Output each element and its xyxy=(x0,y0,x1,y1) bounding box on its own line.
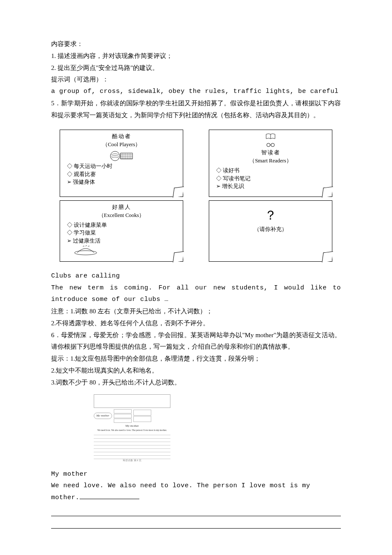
club-cards-grid: 酷动者 （Cool Players） ◇ 每天运动一小时 ◇ 观看比赛 ➢ 强健… xyxy=(60,130,332,262)
dish-icon xyxy=(73,245,98,255)
worksheet-essay-title: My mother xyxy=(94,424,170,428)
card-line: ➢ 过健康生活 xyxy=(67,237,179,245)
note-line-2: 2.不得透露学校、姓名等任何个人信息，否则不予评分。 xyxy=(51,318,341,330)
card-line: ◇ 设计健康菜单 xyxy=(67,221,179,229)
card-fold-corner xyxy=(322,186,333,197)
tip-1-text: 1.短文应包括导图中的全部信息，条理清楚，行文连贯，段落分明； xyxy=(70,355,260,362)
question-6-text: 6．母爱情深，母爱无价；学会感恩，学会回报。某英语网站举办以"My mother… xyxy=(51,330,341,353)
essay-title-mother: My mother xyxy=(51,468,341,480)
tip-line-3: 3.词数不少于 80，开头已给出;不计人总词数。 xyxy=(51,377,341,389)
card-line: ➢ 强健身体 xyxy=(67,178,179,186)
worksheet-header-block xyxy=(94,394,170,408)
card-title-cn: 好膳人 xyxy=(64,203,179,211)
requirements-heading: 内容要求： xyxy=(51,38,341,50)
card-cool-players: 酷动者 （Cool Players） ◇ 每天运动一小时 ◇ 观看比赛 ➢ 强健… xyxy=(60,130,183,197)
book-icon xyxy=(265,133,276,141)
worksheet-minibox xyxy=(114,414,132,418)
worksheet-minibox xyxy=(133,410,151,416)
card-line: ➢ 增长见识 xyxy=(216,182,328,191)
card-blank-fill: ？ （请你补充） xyxy=(209,200,332,262)
essay-lead-mother: We need love. We also need to love. The … xyxy=(51,480,341,504)
requirement-1: 1. 描述漫画内容，并对该现象作简要评议； xyxy=(51,50,341,62)
tip-line-1: 提示：1.短文应包括导图中的全部信息，条理清楚，行文连贯，段落分明； xyxy=(51,353,341,365)
tip-line-2: 2.短文中不能出现真实的人名和地名。 xyxy=(51,365,341,377)
tips-label: 提示： xyxy=(51,355,70,362)
card-line: ◇ 观看比赛 xyxy=(67,171,179,179)
writing-rule-line xyxy=(51,506,341,516)
fill-prompt: （请你补充） xyxy=(213,225,328,234)
card-line: ◇ 学习做菜 xyxy=(67,229,179,237)
worksheet-blank-lines xyxy=(94,432,170,459)
card-smart-readers: 智读者 （Smart Readers） ◇ 读好书 ◇ 写读书笔记 ➢ 增长见识 xyxy=(209,130,332,197)
card-fold-corner xyxy=(173,251,184,262)
card-line: ◇ 读好书 xyxy=(216,167,328,175)
card-title-cn: 智读者 xyxy=(213,149,328,157)
essay-lead-clubs: The new term is coming. For all our new … xyxy=(51,282,341,306)
worksheet-minibox xyxy=(114,419,132,423)
hints-label: 提示词（可选用）： xyxy=(51,74,341,86)
worksheet-bubble: My mother xyxy=(94,413,112,419)
card-title-en: （Cool Players） xyxy=(64,141,179,149)
worksheet-essay-lead: We need love. We also need to love. The … xyxy=(94,429,170,432)
svg-point-3 xyxy=(271,143,274,147)
card-fold-corner xyxy=(173,186,184,197)
blank-underline xyxy=(80,499,139,499)
essay-lead-a: We need love. We also need to love. The … xyxy=(51,482,310,489)
writing-rule-line xyxy=(51,518,341,529)
worksheet-mindmap: My mother xyxy=(94,409,170,423)
note-1-text: 1.词数 80 左右（文章开头已给出，不计入词数）； xyxy=(70,308,213,315)
card-title-cn: 酷动者 xyxy=(64,133,179,141)
worksheet-footer: 英语试卷 第 8 页 xyxy=(94,459,170,462)
svg-point-5 xyxy=(75,251,97,255)
worksheet-minibox xyxy=(114,409,132,413)
card-title-en: （Smart Readers） xyxy=(213,157,328,165)
card-line: ◇ 写读书笔记 xyxy=(216,175,328,183)
hints-words: a group of, cross, sidewalk, obey the ru… xyxy=(51,86,341,98)
card-title-en: （Excellent Cooks） xyxy=(64,211,179,220)
card-fold-corner xyxy=(322,251,333,262)
card-line: ◇ 每天运动一小时 xyxy=(67,162,179,171)
question-mark: ？ xyxy=(213,208,328,223)
card-excellent-cooks: 好膳人 （Excellent Cooks） ◇ 设计健康菜单 ◇ 学习做菜 ➢ … xyxy=(60,200,183,262)
question-5-text: 5．新学期开始，你就读的国际学校的学生社团又开始招募了。假设你是社团负责人，请根… xyxy=(51,98,341,121)
worksheet-thumbnail: My mother My mother We need love. We als… xyxy=(94,394,170,462)
glasses-icon xyxy=(266,141,275,148)
note-line-1: 注意：1.词数 80 左右（文章开头已给出，不计入词数）； xyxy=(51,306,341,318)
essay-lead-b: mother. xyxy=(51,494,80,501)
note-label: 注意： xyxy=(51,308,70,315)
essay-title-clubs: Clubs are calling xyxy=(51,270,341,282)
worksheet-minibox xyxy=(133,416,151,422)
requirement-2: 2. 提出至少两点"安全过马路"的建议。 xyxy=(51,62,341,74)
volleyball-icon xyxy=(110,150,133,162)
svg-point-2 xyxy=(267,143,270,147)
